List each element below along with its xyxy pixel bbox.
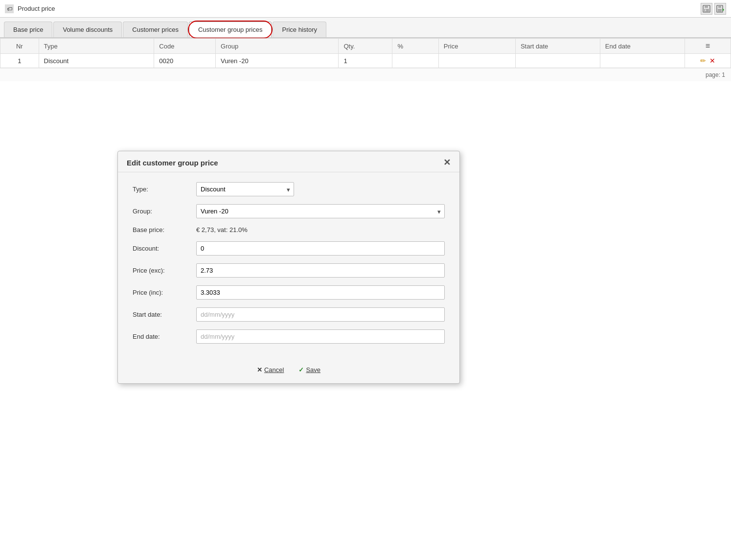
type-field: Discount Fixed price Margin bbox=[196, 182, 445, 196]
save-check-icon: ✓ bbox=[298, 366, 304, 373]
group-select[interactable]: Vuren -20 Group A Group B bbox=[196, 204, 445, 218]
svg-marker-7 bbox=[723, 8, 724, 11]
end-date-row: End date: bbox=[133, 329, 445, 344]
cancel-button[interactable]: ✕ Cancel bbox=[257, 366, 284, 373]
svg-rect-1 bbox=[705, 5, 708, 8]
edit-customer-group-price-modal: Edit customer group price ✕ Type: Discou… bbox=[117, 151, 460, 384]
cancel-label: Cancel bbox=[264, 366, 284, 373]
type-row: Type: Discount Fixed price Margin bbox=[133, 182, 445, 196]
tab-volume-discounts[interactable]: Volume discounts bbox=[53, 22, 122, 37]
modal-header: Edit customer group price ✕ bbox=[118, 151, 459, 172]
tab-base-price[interactable]: Base price bbox=[4, 22, 52, 37]
price-inc-field bbox=[196, 285, 445, 300]
base-price-value: € 2,73, vat: 21.0% bbox=[196, 226, 248, 233]
price-exc-input[interactable] bbox=[196, 263, 445, 278]
type-select-wrapper: Discount Fixed price Margin bbox=[196, 182, 294, 196]
svg-rect-6 bbox=[718, 9, 722, 12]
price-inc-label: Price (inc): bbox=[133, 289, 196, 296]
svg-rect-2 bbox=[704, 9, 709, 12]
start-date-input[interactable] bbox=[196, 307, 445, 322]
save-button[interactable]: ✓ Save bbox=[298, 366, 320, 373]
price-exc-row: Price (exc): bbox=[133, 263, 445, 278]
group-field: Vuren -20 Group A Group B bbox=[196, 204, 445, 218]
end-date-field bbox=[196, 329, 445, 344]
tab-customer-group-prices[interactable]: Customer group prices bbox=[189, 22, 272, 37]
page-title: Product price bbox=[18, 5, 55, 12]
save-button[interactable] bbox=[701, 3, 712, 15]
start-date-label: Start date: bbox=[133, 311, 196, 318]
tab-customer-prices[interactable]: Customer prices bbox=[123, 22, 188, 37]
discount-input[interactable] bbox=[196, 241, 445, 256]
modal-footer: ✕ Cancel ✓ Save bbox=[118, 361, 459, 383]
type-label: Type: bbox=[133, 186, 196, 193]
title-bar-left: 🏷 Product price bbox=[5, 4, 55, 13]
tab-price-history[interactable]: Price history bbox=[273, 22, 326, 37]
group-select-wrapper: Vuren -20 Group A Group B bbox=[196, 204, 445, 218]
price-inc-row: Price (inc): bbox=[133, 285, 445, 300]
price-exc-label: Price (exc): bbox=[133, 267, 196, 274]
page-wrapper: 🏷 Product price bbox=[0, 0, 731, 560]
discount-field bbox=[196, 241, 445, 256]
save-as-button[interactable] bbox=[714, 3, 726, 15]
end-date-label: End date: bbox=[133, 333, 196, 340]
group-label: Group: bbox=[133, 208, 196, 215]
svg-rect-5 bbox=[718, 5, 721, 8]
main-content: Nr Type Code Group Qty. % Price Start da… bbox=[0, 38, 731, 81]
price-inc-input[interactable] bbox=[196, 285, 445, 300]
tab-bar: Base price Volume discounts Customer pri… bbox=[0, 18, 731, 38]
modal-close-button[interactable]: ✕ bbox=[443, 158, 451, 167]
modal-body: Type: Discount Fixed price Margin bbox=[118, 172, 459, 361]
discount-row: Discount: bbox=[133, 241, 445, 256]
start-date-field bbox=[196, 307, 445, 322]
base-price-field: € 2,73, vat: 21.0% bbox=[196, 226, 445, 233]
group-row: Group: Vuren -20 Group A Group B bbox=[133, 204, 445, 218]
modal-overlay: Edit customer group price ✕ Type: Discou… bbox=[0, 38, 731, 81]
save-label: Save bbox=[306, 366, 320, 373]
title-bar-buttons bbox=[701, 3, 726, 15]
cancel-x-icon: ✕ bbox=[257, 366, 262, 373]
type-select[interactable]: Discount Fixed price Margin bbox=[196, 182, 294, 196]
start-date-row: Start date: bbox=[133, 307, 445, 322]
base-price-row: Base price: € 2,73, vat: 21.0% bbox=[133, 226, 445, 233]
modal-title: Edit customer group price bbox=[127, 159, 218, 167]
base-price-label: Base price: bbox=[133, 226, 196, 233]
title-bar: 🏷 Product price bbox=[0, 0, 731, 18]
end-date-input[interactable] bbox=[196, 329, 445, 344]
price-exc-field bbox=[196, 263, 445, 278]
product-icon: 🏷 bbox=[5, 4, 14, 13]
svg-rect-3 bbox=[705, 9, 706, 11]
discount-label: Discount: bbox=[133, 245, 196, 252]
